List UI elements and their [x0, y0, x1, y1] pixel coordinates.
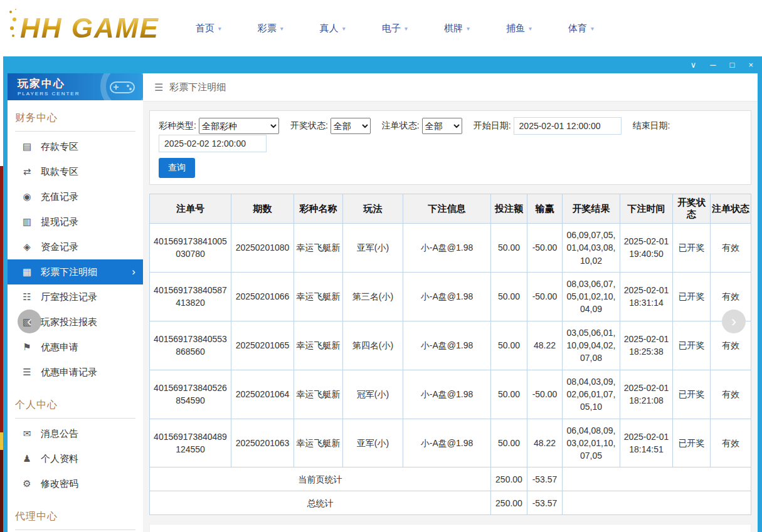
- table-row: 401569173841005030780 20250201080 幸运飞艇新 …: [150, 224, 751, 273]
- sidebar-item-withdrawal-records[interactable]: ▥ 提现记录: [8, 209, 143, 234]
- sidebar-item-recharge-records[interactable]: ◉ 充值记录: [8, 184, 143, 209]
- nav-item-fishing[interactable]: 捕鱼 ▾: [506, 23, 532, 34]
- end-date-input[interactable]: [159, 135, 267, 152]
- cell-order-no: 401569173840489124550: [150, 419, 231, 467]
- chevron-down-icon: ▾: [467, 25, 470, 32]
- sidebar-item-change-password[interactable]: ⚙ 修改密码: [8, 471, 143, 496]
- scroll-left-arrow-icon[interactable]: ‹: [18, 310, 41, 333]
- cell-order-status: 有效: [711, 419, 751, 467]
- cell-result: 06,04,08,09,03,02,01,10,07,05: [563, 419, 620, 467]
- order-status-select[interactable]: 全部: [422, 118, 462, 134]
- window-close-icon[interactable]: ×: [748, 61, 753, 69]
- sidebar-item-label: 消息公告: [41, 428, 78, 440]
- profile-icon: ♟: [21, 453, 33, 464]
- cell-bet-info: 小-A盘@1.98: [403, 272, 491, 321]
- window-maximize-icon[interactable]: □: [730, 61, 735, 69]
- header-bet-amount: 投注额: [491, 194, 527, 224]
- breadcrumb: ☰ 彩票下注明细: [143, 73, 758, 102]
- chevron-down-icon: ▾: [280, 25, 283, 32]
- end-date-label: 结束日期:: [633, 120, 670, 132]
- sidebar-item-profile[interactable]: ♟ 个人资料: [8, 446, 143, 471]
- announcement-icon: ✉: [21, 428, 33, 439]
- lottery-type-label: 彩种类型:: [159, 120, 196, 132]
- cell-bet-time: 2025-02-01 18:31:14: [620, 272, 673, 321]
- sidebar-item-label: 个人资料: [41, 453, 78, 465]
- chevron-down-icon: ▾: [405, 25, 408, 32]
- draw-status-select[interactable]: 全部: [331, 118, 371, 134]
- cell-bet-time: 2025-02-01 18:14:51: [620, 419, 673, 467]
- page-summary-empty: [563, 467, 751, 491]
- nav-item-lottery[interactable]: 彩票 ▾: [258, 23, 283, 34]
- header-result: 开奖结果: [563, 194, 620, 224]
- sidebar-item-label: 取款专区: [41, 166, 78, 178]
- logo[interactable]: HH GAME: [10, 13, 159, 44]
- page-summary-win-loss: -53.57: [527, 467, 563, 491]
- nav-item-sports[interactable]: 体育 ▾: [568, 23, 594, 34]
- sidebar-item-label: 修改密码: [41, 478, 78, 490]
- window-titlebar: ∨ ─ □ ×: [3, 56, 762, 73]
- top-nav: 首页 ▾ 彩票 ▾ 真人 ▾ 电子 ▾ 棋牌 ▾ 捕鱼 ▾ 体育 ▾: [196, 23, 594, 34]
- cell-bet-amount: 50.00: [491, 272, 527, 321]
- table-row: 401569173840526854590 20250201064 幸运飞艇新 …: [150, 370, 751, 419]
- sidebar-item-label: 充值记录: [41, 191, 78, 203]
- sidebar-item-label: 优惠申请: [41, 342, 78, 353]
- sidebar-item-funds-records[interactable]: ◈ 资金记录: [8, 234, 143, 259]
- content-area: 彩种类型: 全部彩种 开奖状态: 全部 注单状态: 全部 开始日期:: [143, 102, 758, 532]
- cell-play: 亚军(小): [343, 419, 403, 467]
- nav-item-home[interactable]: 首页 ▾: [196, 23, 221, 34]
- sidebar-item-lottery-bet-details[interactable]: ▦ 彩票下注明细 ›: [8, 259, 143, 284]
- page-summary-label: 当前页统计: [150, 467, 491, 491]
- start-date-input[interactable]: [514, 117, 622, 135]
- window-collapse-icon[interactable]: ∨: [691, 61, 697, 69]
- lottery-type-select[interactable]: 全部彩种: [199, 118, 279, 134]
- promo-application-icon: ⚑: [21, 342, 33, 353]
- total-summary-row: 总统计 250.00 -53.57: [150, 491, 751, 515]
- cell-result: 08,03,06,07,05,01,02,10,04,09: [563, 272, 620, 321]
- search-button[interactable]: 查询: [159, 158, 195, 178]
- nav-item-live[interactable]: 真人 ▾: [320, 23, 346, 34]
- cell-win-loss: -50.00: [527, 272, 563, 321]
- cell-lottery: 幸运飞艇新: [294, 370, 343, 419]
- sidebar-item-promo-application-records[interactable]: ☰ 优惠申请记录: [8, 360, 143, 385]
- sidebar-item-promo-application[interactable]: ⚑ 优惠申请: [8, 335, 143, 360]
- cell-bet-info: 小-A盘@1.98: [403, 370, 491, 419]
- cell-order-no: 401569173840587413820: [150, 272, 231, 321]
- cell-period: 20250201063: [231, 419, 294, 467]
- personal-menu: ✉ 消息公告 ♟ 个人资料 ⚙ 修改密码: [8, 419, 143, 499]
- table-row: 401569173840553868560 20250201065 幸运飞艇新 …: [150, 321, 751, 370]
- recharge-records-icon: ◉: [21, 191, 33, 202]
- cell-order-no: 401569173840526854590: [150, 370, 231, 419]
- cell-draw-status: 已开奖: [673, 321, 711, 370]
- nav-item-slots[interactable]: 电子 ▾: [382, 23, 408, 34]
- nav-label: 真人: [320, 23, 339, 34]
- bet-details-table: 注单号 期数 彩种名称 玩法 下注信息 投注额 输赢 开奖结果 下注时间 开奖状…: [149, 194, 751, 515]
- page-summary-bet-amount: 250.00: [491, 467, 527, 491]
- filter-panel: 彩种类型: 全部彩种 开奖状态: 全部 注单状态: 全部 开始日期:: [149, 110, 751, 185]
- hall-bet-records-icon: ☷: [21, 291, 33, 303]
- sidebar-item-label: 提现记录: [41, 216, 78, 228]
- sidebar-item-deposit[interactable]: ▤ 存款专区: [8, 134, 143, 159]
- cell-win-loss: 48.22: [527, 419, 563, 467]
- cell-period: 20250201066: [231, 272, 294, 321]
- sidebar-item-hall-bet-records[interactable]: ☷ 厅室投注记录: [8, 284, 143, 310]
- nav-label: 电子: [382, 23, 401, 34]
- sidebar-item-withdraw[interactable]: ⇄ 取款专区: [8, 159, 143, 184]
- cell-bet-amount: 50.00: [491, 224, 527, 273]
- player-center-window: ∨ ─ □ × 玩家中心 PLAYERS CENTER 财务中心 ▤ 存款专区: [3, 56, 762, 532]
- window-minimize-icon[interactable]: ─: [710, 61, 716, 69]
- scroll-right-arrow-icon[interactable]: ›: [722, 310, 746, 333]
- deposit-icon: ▤: [21, 141, 33, 152]
- lottery-bet-details-icon: ▦: [21, 266, 33, 278]
- cell-draw-status: 已开奖: [673, 370, 711, 419]
- section-title-finance: 财务中心: [15, 112, 135, 132]
- cell-lottery: 幸运飞艇新: [294, 272, 343, 321]
- sidebar-item-announcements[interactable]: ✉ 消息公告: [8, 421, 143, 446]
- header-order-no: 注单号: [150, 194, 231, 224]
- cell-order-no: 401569173840553868560: [150, 321, 231, 370]
- cell-period: 20250201065: [231, 321, 294, 370]
- nav-item-cards[interactable]: 棋牌 ▾: [444, 23, 470, 34]
- cell-period: 20250201080: [231, 224, 294, 273]
- nav-label: 捕鱼: [506, 23, 525, 34]
- cell-draw-status: 已开奖: [673, 224, 711, 273]
- section-title-agent: 代理中心: [15, 510, 135, 530]
